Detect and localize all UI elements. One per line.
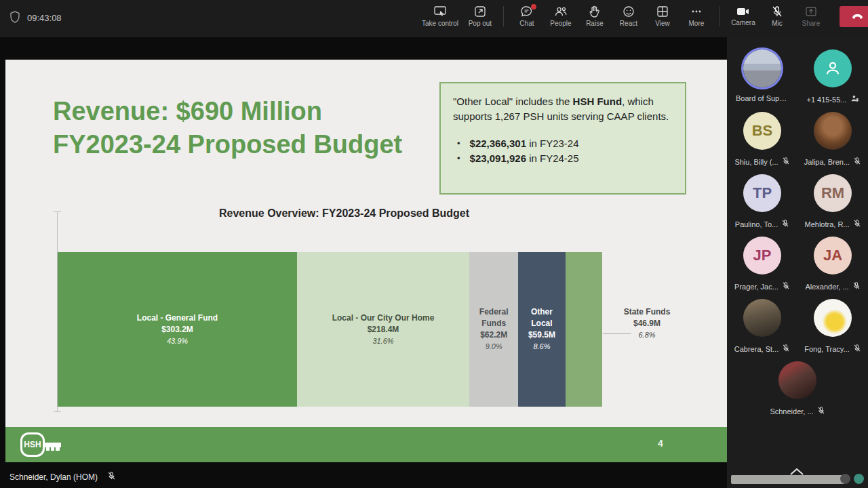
share-screen-icon xyxy=(805,5,817,18)
avatar-initials: JP xyxy=(743,237,781,274)
avatar-initials: BS xyxy=(743,112,781,150)
participant-name: Cabrera, St... xyxy=(734,345,778,353)
mic-muted-icon xyxy=(782,157,790,167)
hsh-logo-text: HSH xyxy=(20,432,45,457)
participant-name: Alexander, ... xyxy=(805,283,848,291)
participant-tile-alexander[interactable]: JA Alexander, ... xyxy=(797,237,868,299)
participant-tile-schneider[interactable]: Schneider, ... xyxy=(727,361,868,424)
view-button[interactable]: View xyxy=(648,3,677,30)
avatar-building-photo xyxy=(743,49,781,87)
bar-segment-federal-funds: Federal Funds $62.2M 9.0% xyxy=(469,252,518,407)
note-bullet: • $23,091,926 in FY24-25 xyxy=(453,151,674,166)
camera-label: Camera xyxy=(731,19,755,26)
participant-tile-fong[interactable]: Fong, Tracy... xyxy=(797,299,868,361)
hsh-key-logo: HSH xyxy=(20,432,61,457)
raise-hand-label: Raise xyxy=(586,20,604,27)
panel-dot-gray[interactable] xyxy=(840,474,850,484)
stacked-bar: Local - General Fund $303.2M 43.9% Local… xyxy=(58,252,603,407)
avatar-initials: TP xyxy=(743,174,781,212)
timer-text: 09:43:08 xyxy=(27,13,62,23)
participant-name: Shiu, Billy (... xyxy=(734,158,778,166)
react-smiley-icon xyxy=(623,5,635,18)
camera-icon xyxy=(736,6,750,17)
panel-scrollbar[interactable] xyxy=(731,475,845,484)
participant-tile-phone-user[interactable]: +1 415-55... xyxy=(797,49,868,112)
slide-footer-bar: HSH 4 xyxy=(5,427,727,462)
leave-button[interactable]: Leave xyxy=(840,6,868,27)
pop-out-label: Pop out xyxy=(469,20,492,27)
avatar-person-icon xyxy=(814,49,852,87)
participant-name: Mehlotra, R... xyxy=(804,220,849,228)
state-funds-outside-label: State Funds $46.9M 6.8% xyxy=(608,306,686,341)
phone-user-icon xyxy=(850,94,859,104)
pop-out-icon xyxy=(474,5,486,18)
mic-muted-icon xyxy=(853,157,861,167)
participant-tile-paulino[interactable]: TP Paulino, To... xyxy=(727,174,797,237)
bar-segment-local-general-fund: Local - General Fund $303.2M 43.9% xyxy=(58,252,297,407)
view-grid-icon xyxy=(656,5,669,18)
share-label: Share xyxy=(802,20,821,27)
meeting-toolbar: Take control Pop out Chat xyxy=(419,3,868,30)
raise-hand-button[interactable]: Raise xyxy=(580,3,610,30)
participant-name: +1 415-55... xyxy=(806,96,846,104)
participant-name: Board of Super... xyxy=(736,94,789,102)
axis-tick xyxy=(54,411,61,412)
slide-title: Revenue: $690 Million FY2023-24 Proposed… xyxy=(53,95,402,161)
participant-tile-board-of-supervisors[interactable]: Board of Super... xyxy=(727,49,797,112)
participant-name: Fong, Tracy... xyxy=(804,345,849,353)
mic-muted-icon xyxy=(817,406,825,416)
panel-bottom-controls xyxy=(727,469,868,487)
participants-panel: Board of Super... +1 415-55... BS xyxy=(727,37,868,488)
mic-muted-icon xyxy=(782,281,790,291)
mic-muted-icon xyxy=(853,219,861,229)
avatar-initials: RM xyxy=(814,174,852,212)
chat-button[interactable]: Chat xyxy=(512,3,542,30)
react-label: React xyxy=(620,20,637,27)
mic-muted-icon xyxy=(782,344,790,354)
avatar-photo xyxy=(743,299,781,337)
bar-segment-state-funds xyxy=(566,252,603,407)
participant-tile-mehlotra[interactable]: RM Mehlotra, R... xyxy=(797,174,868,237)
more-ellipsis-icon xyxy=(690,5,703,18)
shared-screen-area: Revenue: $690 Million FY2023-24 Proposed… xyxy=(0,37,727,488)
mic-button[interactable]: Mic xyxy=(762,3,792,30)
view-label: View xyxy=(655,20,670,27)
avatar-photo xyxy=(778,361,816,399)
participant-name: Schneider, ... xyxy=(770,407,813,415)
share-button[interactable]: Share xyxy=(796,3,826,30)
raise-hand-icon xyxy=(589,5,600,18)
participant-name: Jalipa, Bren... xyxy=(804,158,850,166)
meeting-top-bar: 09:43:08 Take control Pop out xyxy=(0,0,868,37)
people-label: People xyxy=(550,20,571,27)
people-icon xyxy=(554,5,568,18)
take-control-label: Take control xyxy=(422,20,458,27)
chart-title: Revenue Overview: FY2023-24 Proposed Bud… xyxy=(58,207,631,220)
camera-button[interactable]: Camera xyxy=(728,3,758,29)
leave-phone-icon xyxy=(852,12,863,22)
participant-tile-shiu-billy[interactable]: BS Shiu, Billy (... xyxy=(727,112,797,174)
take-control-icon xyxy=(433,5,447,18)
presenter-name-badge: Schneider, Dylan (HOM) xyxy=(5,468,120,485)
axis-tick xyxy=(54,211,61,212)
mic-muted-icon xyxy=(771,5,783,18)
toolbar-divider xyxy=(503,6,504,26)
react-button[interactable]: React xyxy=(614,3,644,30)
people-button[interactable]: People xyxy=(546,3,576,30)
pop-out-button[interactable]: Pop out xyxy=(465,3,495,30)
chat-label: Chat xyxy=(519,20,534,27)
participant-tile-prager[interactable]: JP Prager, Jac... xyxy=(727,237,797,299)
participant-tile-jalipa[interactable]: Jalipa, Bren... xyxy=(797,112,868,174)
take-control-button[interactable]: Take control xyxy=(419,3,461,30)
note-callout-box: "Other Local" includes the HSH Fund, whi… xyxy=(439,82,686,195)
panel-dot-teal[interactable] xyxy=(854,474,864,484)
more-button[interactable]: More xyxy=(682,3,711,30)
slide-title-line2: FY2023-24 Proposed Budget xyxy=(53,128,402,161)
meeting-timer: 09:43:08 xyxy=(9,11,62,25)
participant-tile-cabrera[interactable]: Cabrera, St... xyxy=(727,299,797,361)
avatar-photo xyxy=(814,112,852,150)
presenter-name: Schneider, Dylan (HOM) xyxy=(9,472,98,482)
slide-page-number: 4 xyxy=(658,438,663,449)
mic-muted-icon xyxy=(852,281,861,291)
toolbar-divider xyxy=(719,6,720,26)
chevron-up-icon[interactable] xyxy=(789,466,804,479)
